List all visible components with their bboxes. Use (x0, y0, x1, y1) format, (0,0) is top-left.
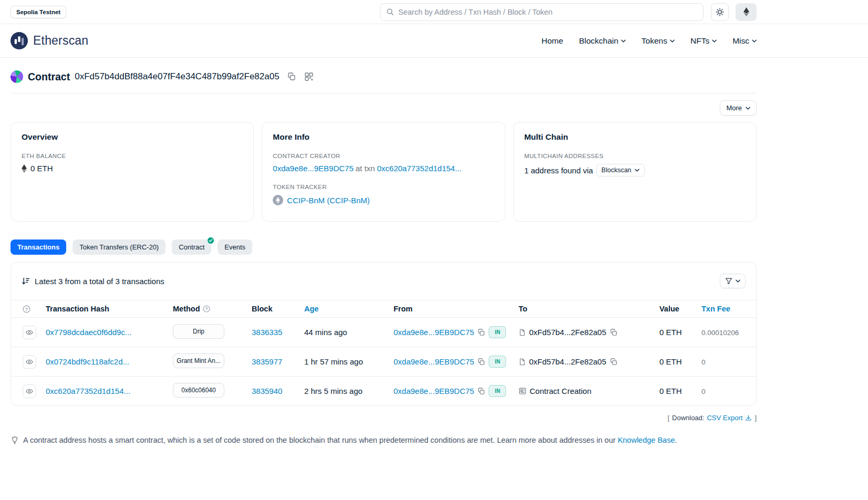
qr-code-button[interactable] (304, 71, 314, 82)
copy-from-address-button[interactable] (477, 358, 485, 366)
multichain-provider-select[interactable]: Blockscan (596, 164, 645, 176)
block-link[interactable]: 3835977 (252, 357, 282, 366)
column-from: From (388, 300, 513, 318)
download-row: [ Download: CSV Export ] (11, 406, 757, 422)
card-title: More Info (273, 132, 494, 142)
nav-home[interactable]: Home (542, 36, 563, 46)
creation-txn-link[interactable]: 0xc620a77352d1d154... (377, 164, 461, 173)
card-title: Multi Chain (524, 132, 746, 142)
tx-hash-link[interactable]: 0x7798dcdaec0f6dd9c... (46, 328, 131, 337)
column-txn-fee-sort[interactable]: Txn Fee (696, 300, 756, 318)
copy-from-address-button[interactable] (477, 328, 485, 337)
from-address-link[interactable]: 0xda9e8e...9EB9DC75 (394, 387, 474, 395)
eth-balance-value: 0 ETH (30, 164, 53, 173)
tx-hash-link[interactable]: 0x0724bdf9c118afc2d... (46, 357, 129, 366)
to-address: 0xFd57b4...2Fe82a05 (529, 357, 606, 366)
method-badge[interactable]: Drip (173, 324, 224, 339)
block-link[interactable]: 3835940 (252, 387, 282, 395)
tab-bar: Transactions Token Transfers (ERC-20) Co… (11, 239, 757, 255)
column-value: Value (654, 300, 696, 318)
search-box[interactable] (380, 3, 704, 21)
main-nav: Home Blockchain Tokens NFTs Misc (542, 36, 757, 46)
transactions-panel: Latest 3 from a total of 3 transactions … (11, 262, 757, 406)
table-row: 0x7798dcdaec0f6dd9c... Drip 3836335 44 m… (11, 318, 756, 347)
more-button[interactable]: More (720, 100, 757, 116)
age-text: 2 hrs 5 mins ago (304, 387, 363, 395)
tab-token-transfers[interactable]: Token Transfers (ERC-20) (73, 239, 166, 255)
from-address-link[interactable]: 0xda9e8e...9EB9DC75 (394, 328, 474, 337)
token-logo-icon (273, 195, 283, 205)
brand-logo[interactable]: Etherscan (11, 32, 88, 49)
age-text: 44 mins ago (304, 328, 347, 337)
funnel-icon (725, 277, 732, 285)
svg-text:?: ? (25, 306, 28, 311)
tx-preview-eye-button[interactable] (23, 384, 36, 398)
multichain-card: Multi Chain MULTICHAIN ADDRESSES 1 addre… (513, 122, 757, 222)
nav-misc[interactable]: Misc (732, 36, 757, 46)
tx-hash-link[interactable]: 0xc620a77352d1d154... (46, 387, 130, 395)
copy-to-address-button[interactable] (609, 328, 618, 337)
column-method: Method ? (168, 300, 246, 318)
eth-diamond-icon (22, 164, 27, 173)
contract-file-icon (519, 329, 526, 336)
filter-button[interactable] (720, 274, 746, 288)
search-input[interactable] (398, 8, 697, 16)
token-tracker-link[interactable]: CCIP-BnM (CCIP-BnM) (287, 196, 370, 205)
tab-transactions[interactable]: Transactions (11, 239, 66, 255)
transactions-summary-text: Latest 3 from a total of 3 transactions (35, 277, 164, 286)
table-row: 0x0724bdf9c118afc2d... Grant Mint An... … (11, 347, 756, 377)
site-header: Etherscan Home Blockchain Tokens NFTs Mi… (0, 24, 868, 58)
help-icon[interactable]: ? (203, 305, 210, 312)
verified-check-icon (207, 237, 214, 244)
chevron-down-icon (621, 39, 626, 43)
csv-export-link[interactable]: CSV Export (707, 414, 752, 422)
tx-preview-eye-button[interactable] (23, 326, 36, 339)
value-text: 0 ETH (659, 357, 682, 366)
brand-name: Etherscan (33, 34, 88, 48)
chevron-down-icon (752, 39, 757, 43)
column-age-sort[interactable]: Age (299, 300, 388, 318)
theme-toggle-button[interactable] (711, 3, 729, 21)
column-transaction-hash: Transaction Hash (40, 300, 168, 318)
age-text: 1 hr 57 mins ago (304, 357, 363, 366)
tab-contract[interactable]: Contract (172, 239, 211, 255)
network-menu-button[interactable] (736, 3, 757, 21)
creator-address-link[interactable]: 0xda9e8e...9EB9DC75 (273, 164, 353, 173)
to-address: Contract Creation (530, 387, 592, 395)
to-address: 0xFd57b4...2Fe82a05 (529, 328, 606, 337)
multichain-addresses-label: MULTICHAIN ADDRESSES (524, 153, 746, 159)
contract-creator-label: CONTRACT CREATOR (273, 153, 494, 159)
copy-address-button[interactable] (286, 71, 297, 82)
footnote-text: A contract address hosts a smart contrac… (23, 436, 677, 444)
nav-nfts[interactable]: NFTs (690, 36, 717, 46)
copy-from-address-button[interactable] (477, 387, 485, 395)
tab-events[interactable]: Events (218, 239, 252, 255)
method-badge[interactable]: Grant Mint An... (173, 353, 224, 368)
at-txn-text: at txn (356, 164, 375, 173)
card-title: Overview (22, 132, 243, 142)
from-address-link[interactable]: 0xda9e8e...9EB9DC75 (394, 357, 474, 366)
eth-balance-label: ETH BALANCE (22, 153, 243, 159)
overview-card: Overview ETH BALANCE 0 ETH (11, 122, 254, 222)
direction-in-badge: IN (489, 385, 506, 397)
more-row: More (11, 93, 757, 122)
nav-tokens[interactable]: Tokens (642, 36, 675, 46)
transactions-header: Latest 3 from a total of 3 transactions (11, 263, 756, 300)
knowledge-base-link[interactable]: Knowledge Base (618, 436, 675, 444)
eye-icon (26, 358, 33, 366)
main-content: Contract 0xFd57b4ddBf88a4e07fF4e34C487b9… (11, 58, 757, 444)
eye-icon (26, 329, 33, 336)
txn-fee-text: 0 (701, 358, 706, 366)
help-icon[interactable]: ? (23, 305, 35, 313)
block-link[interactable]: 3836335 (252, 328, 282, 337)
method-badge[interactable]: 0x60c06040 (173, 383, 224, 398)
topbar: Sepolia Testnet (0, 0, 868, 24)
bracket-close: ] (755, 414, 757, 422)
tx-preview-eye-button[interactable] (23, 355, 36, 369)
copy-to-address-button[interactable] (609, 358, 618, 366)
network-badge[interactable]: Sepolia Testnet (11, 6, 66, 18)
transactions-table: ? Transaction Hash Method ? Block Age Fr… (11, 300, 756, 405)
direction-in-badge: IN (489, 326, 506, 338)
nav-blockchain[interactable]: Blockchain (579, 36, 626, 46)
value-text: 0 ETH (659, 328, 682, 337)
